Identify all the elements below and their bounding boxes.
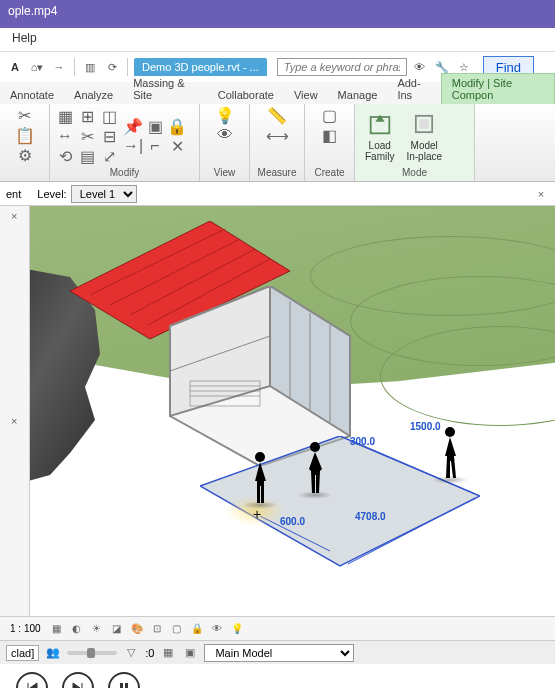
move-icon[interactable]: ↔	[56, 127, 74, 145]
crop-icon[interactable]: ⊡	[149, 621, 165, 637]
hide-icon[interactable]: 👁	[216, 126, 234, 144]
dimension-label: 1500.0	[410, 421, 441, 432]
level-select[interactable]: Level 1	[71, 185, 137, 203]
load-family-label: Load Family	[365, 140, 394, 162]
panel-modify: ▦ ⊞ ◫ ↔ ✂ ⊟ ⟲ ▤ ⤢ 📌 ▣ 🔒 →| ⌐ ✕ Modify	[50, 104, 200, 181]
sync-icon[interactable]: ⟳	[103, 58, 121, 76]
cog-icon[interactable]: ⚙	[16, 146, 34, 164]
array-icon[interactable]: ▤	[78, 147, 96, 165]
3d-viewport[interactable]: 1500.0 300.0 600.0 4708.0 +	[30, 206, 555, 616]
tab-addins[interactable]: Add-Ins	[387, 74, 440, 104]
scale-value[interactable]: 1 : 100	[6, 623, 45, 634]
load-family-button[interactable]: Load Family	[361, 108, 398, 164]
align-icon[interactable]: ▦	[56, 107, 74, 125]
create-icon[interactable]: ▢	[321, 106, 339, 124]
tape-icon[interactable]: 📏	[268, 106, 286, 124]
prev-icon	[25, 681, 39, 688]
person-figure	[305, 441, 325, 496]
status-bar: clad] 👥 ▽ :0 ▦ ▣ Main Model	[0, 640, 555, 664]
filter-icon[interactable]: ▽	[123, 645, 139, 661]
crop-show-icon[interactable]: ▢	[169, 621, 185, 637]
media-controls	[0, 664, 555, 688]
tab-manage[interactable]: Manage	[328, 86, 388, 104]
svg-rect-26	[120, 683, 123, 688]
dim-icon[interactable]: ⟷	[268, 126, 286, 144]
model-select[interactable]: Main Model	[204, 644, 354, 662]
svg-point-25	[445, 427, 455, 437]
svg-point-23	[255, 452, 265, 462]
copy-icon[interactable]: 📋	[16, 126, 34, 144]
offset-icon[interactable]: ⊞	[78, 107, 96, 125]
pin-icon[interactable]: 📌	[124, 117, 142, 135]
scene: 1500.0 300.0 600.0 4708.0 +	[30, 206, 555, 616]
close-icon[interactable]: ×	[533, 186, 549, 202]
level-label: Level:	[37, 188, 66, 200]
person-figure	[250, 451, 270, 506]
model-inplace-icon	[410, 110, 438, 138]
view-control-bar: 1 : 100 ▦ ◐ ☀ ◪ 🎨 ⊡ ▢ 🔒 👁 💡	[0, 616, 555, 640]
options-bar: ent Level: Level 1 ×	[0, 182, 555, 206]
worksets-icon[interactable]: 👥	[45, 645, 61, 661]
select-icon[interactable]: ▣	[182, 645, 198, 661]
render-icon[interactable]: 🎨	[129, 621, 145, 637]
extend-icon[interactable]: →|	[124, 137, 142, 155]
sun-icon[interactable]: ☀	[89, 621, 105, 637]
arrow-icon[interactable]: →	[50, 58, 68, 76]
mirror-icon[interactable]: ◫	[100, 107, 118, 125]
pause-button[interactable]	[108, 672, 140, 688]
tab-modify[interactable]: Modify | Site Compon	[441, 73, 555, 104]
menu-bar: Help	[0, 28, 555, 52]
rotate-icon[interactable]: ⟲	[56, 147, 74, 165]
svg-rect-27	[125, 683, 128, 688]
tab-collaborate[interactable]: Collaborate	[208, 86, 284, 104]
panel-close-icon[interactable]: ×	[11, 210, 25, 224]
next-button[interactable]	[62, 672, 94, 688]
panel-small-1: ✂ 📋 ⚙	[0, 104, 50, 181]
cut-icon[interactable]: ✂	[16, 106, 34, 124]
properties-panel: × ×	[0, 206, 30, 616]
editable-icon[interactable]: ▦	[160, 645, 176, 661]
panel-label-blank1	[6, 177, 43, 179]
temp-hide-icon[interactable]: 👁	[209, 621, 225, 637]
panel-create: ▢ ◧ Create	[305, 104, 355, 181]
svg-rect-2	[420, 119, 429, 128]
zoom-slider[interactable]	[67, 651, 117, 655]
panel-mode: Load Family Model In-place Mode	[355, 104, 475, 181]
model-inplace-button[interactable]: Model In-place	[402, 108, 446, 164]
bulb-icon[interactable]: 💡	[216, 106, 234, 124]
player-title-text: ople.mp4	[8, 4, 57, 18]
prev-button[interactable]	[16, 672, 48, 688]
panel-label-create: Create	[311, 166, 348, 179]
split-icon[interactable]: ⊟	[100, 127, 118, 145]
panel-label-measure: Measure	[256, 166, 298, 179]
group-icon[interactable]: ▣	[146, 117, 164, 135]
home-icon[interactable]: ⌂▾	[28, 58, 46, 76]
dimension-label: 4708.0	[355, 511, 386, 522]
model-inplace-label: Model In-place	[406, 140, 442, 162]
create2-icon[interactable]: ◧	[321, 126, 339, 144]
ent-label: ent	[6, 188, 21, 200]
tab-annotate[interactable]: Annotate	[0, 86, 64, 104]
lock-icon[interactable]: 🔒	[168, 117, 186, 135]
panel-label-view: View	[206, 166, 243, 179]
visual-style-icon[interactable]: ◐	[69, 621, 85, 637]
next-icon	[71, 681, 85, 688]
shadow-icon[interactable]: ◪	[109, 621, 125, 637]
reveal-icon[interactable]: 💡	[229, 621, 245, 637]
qat-a-icon[interactable]: A	[6, 58, 24, 76]
scale-icon[interactable]: ⤢	[100, 147, 118, 165]
lock-view-icon[interactable]: 🔒	[189, 621, 205, 637]
menu-help[interactable]: Help	[12, 31, 37, 45]
clad-tag[interactable]: clad]	[6, 645, 39, 661]
window-icon[interactable]: ▥	[81, 58, 99, 76]
trim-icon[interactable]: ✂	[78, 127, 96, 145]
detail-icon[interactable]: ▦	[49, 621, 65, 637]
tab-massing[interactable]: Massing & Site	[123, 74, 208, 104]
delete-icon[interactable]: ✕	[168, 137, 186, 155]
panel-close-icon-2[interactable]: ×	[11, 415, 25, 429]
corner-icon[interactable]: ⌐	[146, 137, 164, 155]
cursor-icon: +	[253, 506, 261, 522]
tab-analyze[interactable]: Analyze	[64, 86, 123, 104]
panel-view: 💡 👁 View	[200, 104, 250, 181]
tab-view[interactable]: View	[284, 86, 328, 104]
